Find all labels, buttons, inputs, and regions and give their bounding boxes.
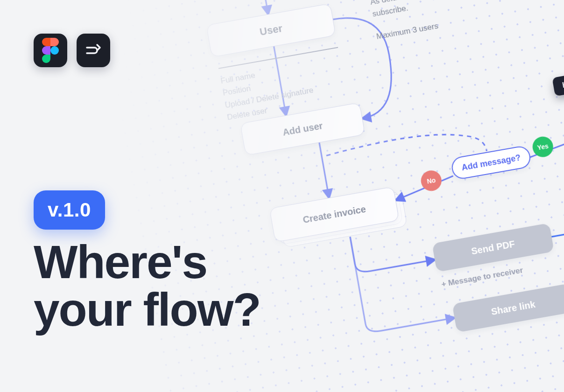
headline: Where's your flow? [34, 238, 261, 333]
figma-icon [34, 34, 67, 67]
headline-line-2: your flow? [34, 286, 261, 333]
flow-icon [77, 34, 110, 67]
headline-line-1: Where's [34, 238, 261, 286]
app-toolbar [34, 34, 110, 67]
version-badge: v.1.0 [34, 190, 105, 230]
